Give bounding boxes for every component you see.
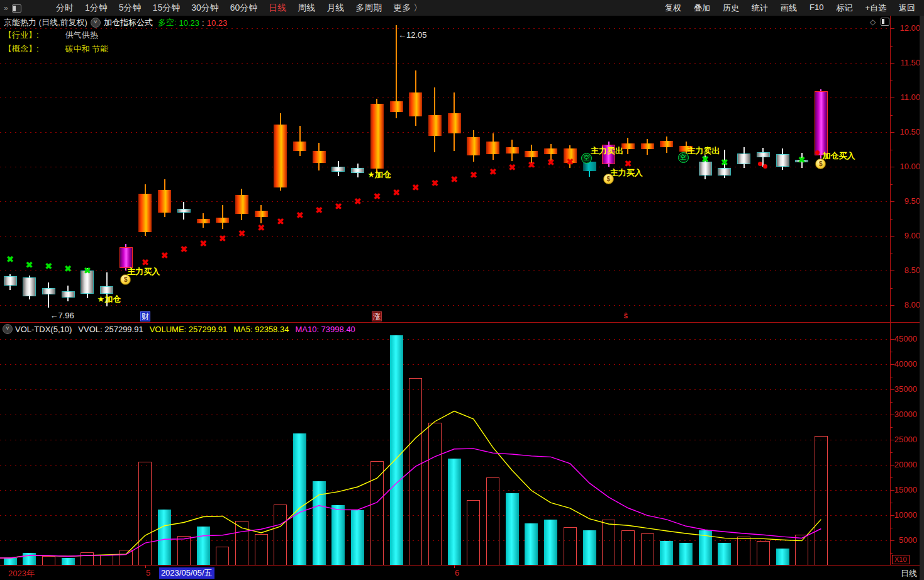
short-signal-icon: 空 bbox=[678, 152, 689, 163]
sell-label: 主力卖出 bbox=[687, 145, 720, 157]
candle[interactable] bbox=[274, 125, 287, 187]
ma10-value: MA10: 73998.40 bbox=[295, 325, 355, 334]
candle[interactable] bbox=[737, 153, 750, 164]
price-axis-label: 10.50 bbox=[893, 127, 920, 137]
candle[interactable] bbox=[4, 276, 17, 286]
candle[interactable] bbox=[23, 277, 36, 296]
candle[interactable] bbox=[331, 167, 345, 172]
red-x-marker-icon: ✖ bbox=[488, 167, 498, 176]
price-peak-label: ←12.05 bbox=[398, 30, 427, 40]
window-edge-strip bbox=[920, 16, 924, 580]
year-label: 2023年 bbox=[8, 568, 35, 579]
toolbar-button[interactable]: F10 bbox=[803, 3, 830, 14]
price-axis-label: 12.00 bbox=[893, 23, 920, 33]
candle[interactable] bbox=[351, 168, 364, 173]
time-axis-event-marker: 涨 bbox=[372, 311, 382, 321]
candle[interactable] bbox=[757, 152, 770, 158]
candle[interactable] bbox=[158, 190, 171, 212]
star-label: ★加仓 bbox=[367, 169, 391, 181]
chevron-glyph: » bbox=[4, 4, 8, 12]
green-x-marker-icon: ✖ bbox=[25, 260, 34, 269]
toolbar-button[interactable]: 叠加 bbox=[687, 3, 716, 14]
period-tab[interactable]: 15分钟 bbox=[147, 3, 186, 14]
candle[interactable] bbox=[525, 151, 538, 157]
price-axis-label: 11.50 bbox=[893, 58, 920, 67]
period-tab[interactable]: 多周期 bbox=[350, 3, 387, 14]
title-row: 京能热力 (日线,前复权) ˅ 加仓指标公式 多空: 10.23 : 10.23 bbox=[4, 17, 227, 28]
candle[interactable] bbox=[428, 115, 442, 136]
short-signal-icon: 空 bbox=[581, 153, 592, 164]
red-x-marker-icon: ✖ bbox=[469, 170, 478, 179]
price-axis-label: 11.00 bbox=[893, 92, 920, 102]
toolbar-button[interactable]: 历史 bbox=[716, 3, 745, 14]
candle[interactable] bbox=[138, 194, 152, 233]
candle[interactable] bbox=[467, 137, 480, 156]
toolbar-button[interactable]: 标记 bbox=[830, 3, 859, 14]
period-tab[interactable]: 30分钟 bbox=[186, 3, 225, 14]
chevron-down-icon[interactable]: ˅ bbox=[3, 324, 13, 334]
candle[interactable] bbox=[370, 104, 384, 169]
candle[interactable] bbox=[621, 143, 635, 150]
candle[interactable] bbox=[448, 113, 461, 133]
price-axis-label: 9.00 bbox=[893, 231, 920, 240]
red-x-marker-icon: ✖ bbox=[295, 211, 304, 220]
bull-value: 10.23 bbox=[179, 18, 200, 28]
red-x-marker-icon: ✖ bbox=[353, 197, 362, 206]
candle[interactable] bbox=[506, 147, 519, 153]
price-axis-label: 8.00 bbox=[893, 300, 920, 310]
price-gridline bbox=[0, 201, 890, 202]
toolbar-button[interactable]: 画线 bbox=[774, 3, 803, 14]
candle[interactable] bbox=[216, 218, 229, 223]
red-x-marker-icon: ✖ bbox=[430, 179, 440, 187]
volume-indicator-header: ˅ VOL-TDX(5,10) VVOL: 257299.91 VOLUME: … bbox=[3, 324, 355, 334]
price-gridline bbox=[0, 236, 890, 237]
candle[interactable] bbox=[776, 154, 789, 167]
candle[interactable] bbox=[718, 168, 731, 176]
candle[interactable] bbox=[409, 92, 422, 116]
candle[interactable] bbox=[815, 91, 828, 155]
volume-axis-label: 35000 bbox=[889, 384, 917, 394]
date-axis-bar: 2023年 2023/05/05/五 日线 56 bbox=[0, 565, 924, 580]
volume-unit-badge: X10 bbox=[892, 555, 910, 564]
price-gridline bbox=[0, 305, 890, 306]
period-tab[interactable]: 60分钟 bbox=[225, 3, 264, 14]
toolbar-button[interactable]: 复权 bbox=[659, 3, 687, 14]
candle[interactable] bbox=[177, 209, 191, 213]
volume-panel: 4500040000350003000025000200001500010000… bbox=[0, 322, 924, 566]
candle[interactable] bbox=[313, 151, 326, 164]
price-gridline bbox=[0, 132, 890, 133]
chevron-down-icon[interactable]: ˅ bbox=[91, 18, 101, 28]
buy-label: 主力买入 bbox=[127, 266, 160, 277]
period-tab[interactable]: 日线 bbox=[263, 3, 292, 14]
candle[interactable] bbox=[486, 142, 499, 154]
window-glyph bbox=[12, 4, 21, 13]
candle[interactable] bbox=[42, 288, 55, 295]
candle[interactable] bbox=[293, 142, 306, 150]
period-tab[interactable]: 分时 bbox=[50, 3, 79, 14]
candle[interactable] bbox=[62, 291, 75, 298]
period-tab[interactable]: 1分钟 bbox=[79, 3, 113, 14]
candle[interactable] bbox=[120, 247, 133, 269]
price-gridline bbox=[0, 63, 890, 64]
toolbar-button[interactable]: 返回 bbox=[893, 3, 921, 14]
toolbar-right: 复权叠加历史统计画线F10标记+自选返回 bbox=[659, 3, 921, 14]
candle[interactable] bbox=[255, 211, 268, 217]
toolbar-button[interactable]: 统计 bbox=[745, 3, 774, 14]
period-tab[interactable]: 周线 bbox=[292, 3, 321, 14]
candle[interactable] bbox=[544, 148, 557, 154]
axis-divider-line bbox=[890, 16, 891, 565]
diamond-marker-icon[interactable]: ◇ bbox=[870, 18, 876, 26]
candle[interactable] bbox=[390, 101, 403, 113]
period-tab[interactable]: 月线 bbox=[321, 3, 350, 14]
candle-wick bbox=[299, 126, 301, 156]
candle[interactable] bbox=[660, 141, 673, 147]
candle[interactable] bbox=[197, 219, 210, 224]
toolbar-button[interactable]: +自选 bbox=[859, 3, 893, 14]
candle[interactable] bbox=[100, 286, 113, 294]
money-coin-icon: $ bbox=[603, 174, 614, 184]
period-tab[interactable]: 更多 〉 bbox=[387, 3, 428, 14]
candle[interactable] bbox=[641, 143, 654, 150]
period-tab[interactable]: 5分钟 bbox=[113, 3, 147, 14]
candle[interactable] bbox=[235, 195, 248, 214]
split-panel-icon[interactable] bbox=[881, 18, 889, 26]
